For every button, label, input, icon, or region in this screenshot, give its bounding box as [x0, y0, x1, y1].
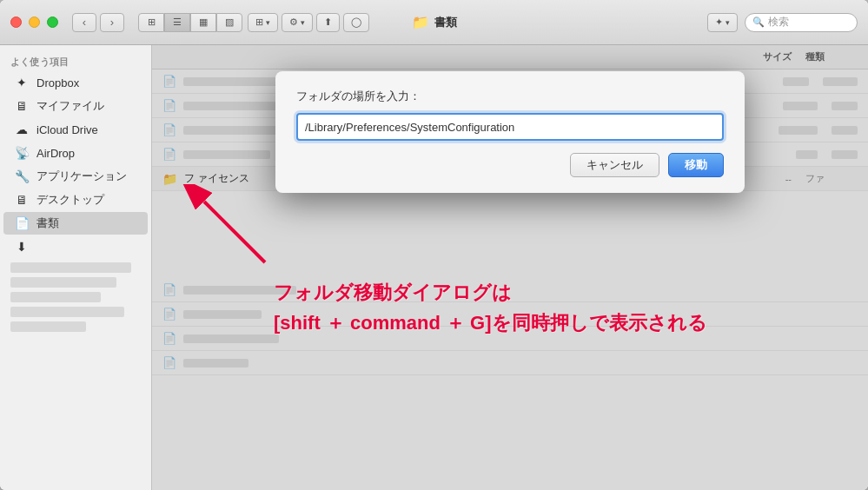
sidebar-item-applications[interactable]: 🔧 アプリケーション	[3, 165, 148, 188]
chevron-down-icon2: ▾	[301, 18, 305, 27]
folder-path-input[interactable]	[296, 113, 724, 141]
downloads-icon: ⬇	[14, 239, 30, 255]
sidebar-item-airdrop[interactable]: 📡 AirDrop	[3, 142, 148, 164]
sidebar-item-dropbox[interactable]: ✦ Dropbox	[3, 71, 148, 94]
search-placeholder: 検索	[768, 15, 789, 30]
airdrop-icon: 📡	[14, 145, 30, 161]
sidebar-label-dropbox: Dropbox	[36, 76, 79, 89]
view-options-btn[interactable]: ⊞ ▾	[248, 13, 278, 32]
dropbox-sidebar-icon: ✦	[14, 75, 30, 90]
share-btn[interactable]: ⬆	[316, 13, 340, 32]
sidebar-label-myfiles: マイファイル	[36, 98, 104, 114]
maximize-button[interactable]	[47, 17, 58, 28]
finder-window: ‹ › ⊞ ☰ ▦ ▨ ⊞ ▾ ⚙ ▾ ⬆ ◯	[0, 0, 868, 490]
documents-icon: 📄	[14, 215, 30, 231]
sidebar-label-icloud: iCloud Drive	[36, 123, 98, 136]
gear-icon: ⚙	[289, 17, 298, 28]
view-coverflow-btn[interactable]: ▨	[216, 13, 242, 32]
action-btn[interactable]: ⚙ ▾	[282, 13, 313, 32]
nav-buttons: ‹ ›	[72, 13, 124, 32]
view-icon-btn[interactable]: ⊞	[138, 13, 164, 32]
title-bar: ‹ › ⊞ ☰ ▦ ▨ ⊞ ▾ ⚙ ▾ ⬆ ◯	[0, 0, 868, 45]
sidebar-item-desktop[interactable]: 🖥 デスクトップ	[3, 189, 148, 211]
dialog-label: フォルダの場所を入力：	[296, 89, 724, 104]
blurred-sidebar-3	[10, 292, 101, 302]
tag-icon: ◯	[351, 17, 361, 28]
chevron-down-icon3: ▾	[726, 18, 730, 27]
view-columns-btn[interactable]: ▦	[190, 13, 216, 32]
view-list-btn[interactable]: ☰	[164, 13, 190, 32]
sidebar-item-documents[interactable]: 📄 書類	[3, 212, 148, 235]
sidebar-label-airdrop: AirDrop	[36, 147, 75, 160]
share-icon: ⬆	[324, 17, 332, 28]
grid-icon: ⊞	[255, 17, 263, 28]
sidebar-label-applications: アプリケーション	[36, 169, 127, 184]
dialog-overlay: フォルダの場所を入力： キャンセル 移動	[152, 45, 868, 490]
chevron-down-icon: ▾	[266, 18, 270, 27]
sidebar-item-downloads[interactable]: ⬇	[3, 235, 148, 258]
main-area: よく使う項目 ✦ Dropbox 🖥 マイファイル ☁ iCloud Drive…	[0, 45, 868, 490]
dropbox-icon: ✦	[715, 17, 723, 28]
icloud-icon: ☁	[14, 122, 30, 137]
traffic-lights	[10, 17, 58, 28]
desktop-icon: 🖥	[14, 192, 30, 208]
close-button[interactable]	[10, 17, 22, 28]
minimize-button[interactable]	[29, 17, 40, 28]
blurred-sidebar-2	[10, 277, 116, 288]
content-area: サイズ 種類 📄 📄 📄	[152, 45, 868, 490]
title-folder-icon: 📁	[412, 14, 429, 30]
sidebar: よく使う項目 ✦ Dropbox 🖥 マイファイル ☁ iCloud Drive…	[0, 45, 152, 490]
search-icon: 🔍	[752, 17, 765, 28]
cancel-button[interactable]: キャンセル	[570, 153, 659, 177]
sidebar-label-documents: 書類	[36, 215, 59, 231]
blurred-sidebar-4	[10, 307, 124, 317]
go-button[interactable]: 移動	[668, 153, 724, 177]
sidebar-item-myfiles[interactable]: 🖥 マイファイル	[3, 95, 148, 117]
myfiles-icon: 🖥	[14, 98, 30, 114]
back-button[interactable]: ‹	[72, 13, 96, 32]
dialog-buttons: キャンセル 移動	[296, 153, 724, 177]
dropbox-btn[interactable]: ✦ ▾	[707, 13, 738, 32]
window-title: 📁 書類	[412, 14, 457, 30]
sidebar-label-desktop: デスクトップ	[36, 192, 104, 208]
search-box[interactable]: 🔍 検索	[745, 13, 858, 32]
blurred-sidebar-5	[10, 321, 86, 332]
tag-btn[interactable]: ◯	[343, 13, 369, 32]
sidebar-section-header: よく使う項目	[0, 52, 151, 70]
go-to-folder-dialog: フォルダの場所を入力： キャンセル 移動	[275, 71, 745, 193]
forward-button[interactable]: ›	[100, 13, 124, 32]
sidebar-item-icloud[interactable]: ☁ iCloud Drive	[3, 118, 148, 141]
applications-icon: 🔧	[14, 169, 30, 184]
blurred-sidebar-1	[10, 262, 131, 273]
